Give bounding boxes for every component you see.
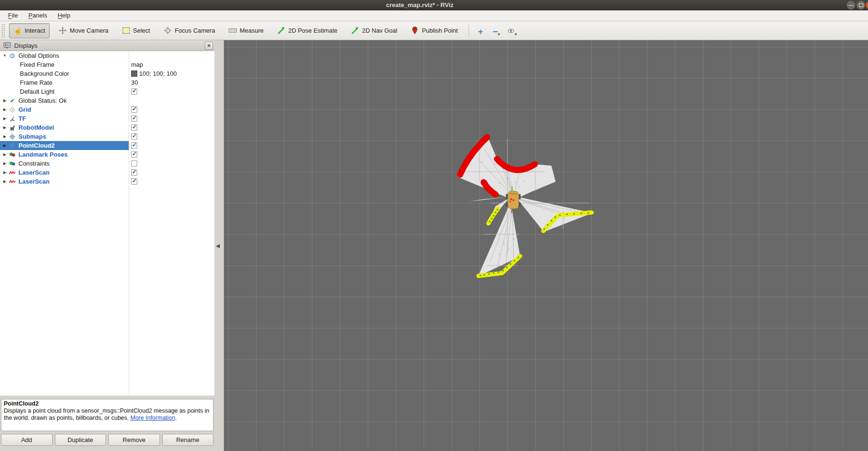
- landmark-spheres-icon: [8, 160, 17, 167]
- main-area: Displays ✕ ▼ ⚙ Global Options Fix: [0, 40, 868, 451]
- default-light-checkbox[interactable]: [131, 88, 137, 95]
- laserscan-checkbox[interactable]: [131, 169, 137, 176]
- display-actions: Add Duplicate Remove Rename: [1, 434, 213, 446]
- close-icon: ✕: [207, 43, 211, 48]
- focus-crosshair-icon: [164, 27, 172, 35]
- expander-icon[interactable]: ▶: [1, 134, 8, 139]
- panel-close-button[interactable]: ✕: [205, 42, 213, 50]
- color-swatch: [131, 71, 137, 77]
- panel-splitter[interactable]: [0, 396, 214, 399]
- remove-button[interactable]: Remove: [108, 434, 160, 446]
- select-box-icon: [122, 27, 130, 35]
- expander-icon[interactable]: ▶: [1, 98, 8, 103]
- menu-bar: File Panels Help: [0, 10, 868, 21]
- display-row-submaps[interactable]: ▶ Submaps: [0, 132, 214, 141]
- duplicate-button[interactable]: Duplicate: [55, 434, 106, 446]
- pointcloud-icon: [8, 142, 17, 149]
- rename-button[interactable]: Rename: [162, 434, 214, 446]
- property-row-background-color[interactable]: Background Color 100; 100; 100: [0, 69, 214, 78]
- submap-region: [458, 136, 593, 276]
- display-row-laserscan-1[interactable]: ▶ LaserScan: [0, 168, 214, 177]
- menu-panels[interactable]: Panels: [23, 10, 53, 21]
- visibility-button[interactable]: ▾: [506, 25, 517, 37]
- menu-file[interactable]: File: [3, 10, 23, 21]
- display-row-constraints[interactable]: ▶ Constraints: [0, 159, 214, 168]
- displays-tree: ▼ ⚙ Global Options Fixed Frame map Backg…: [0, 51, 214, 396]
- background-color-value[interactable]: 100; 100; 100: [131, 69, 177, 78]
- property-row-fixed-frame[interactable]: Fixed Frame map: [0, 60, 214, 69]
- display-row-grid[interactable]: ▶ Grid: [0, 105, 214, 114]
- fixed-frame-value[interactable]: map: [131, 60, 143, 69]
- tool-measure[interactable]: Measure: [224, 23, 268, 38]
- property-row-frame-rate[interactable]: Frame Rate 30: [0, 78, 214, 87]
- tool-publish-point[interactable]: Publish Point: [406, 23, 462, 38]
- expander-icon[interactable]: ▶: [1, 179, 8, 184]
- frame-rate-value[interactable]: 30: [131, 78, 138, 87]
- display-row-pointcloud2[interactable]: ▶ PointCloud2: [0, 141, 214, 150]
- window-title: create_map.rviz* - RViz: [0, 0, 840, 10]
- collapse-arrow-icon: ◀: [216, 243, 220, 249]
- laserscan-icon: [8, 178, 17, 185]
- minimize-icon: —: [849, 3, 853, 8]
- menu-help[interactable]: Help: [53, 10, 76, 21]
- grid-icon: [8, 106, 17, 113]
- robot-icon: [8, 124, 17, 131]
- toolbar-drag-handle[interactable]: [1, 24, 5, 38]
- expander-icon[interactable]: ▶: [1, 143, 8, 148]
- submaps-icon: [8, 133, 17, 140]
- display-row-global-options[interactable]: ▼ ⚙ Global Options: [0, 51, 214, 60]
- zoom-out-button[interactable]: − ▾: [490, 25, 502, 37]
- display-row-robotmodel[interactable]: ▶ RobotModel: [0, 123, 214, 132]
- plus-icon: +: [478, 27, 483, 37]
- 3d-viewport[interactable]: [224, 40, 868, 451]
- toolbar-separator: [469, 25, 469, 37]
- tool-2d-nav-goal[interactable]: 2D Nav Goal: [346, 23, 402, 38]
- chevron-down-icon: ▾: [498, 32, 500, 36]
- display-row-tf[interactable]: ▶ TF: [0, 114, 214, 123]
- display-row-landmark-poses[interactable]: ▶ Landmark Poses: [0, 150, 214, 159]
- panel-collapse-gutter[interactable]: ◀: [214, 40, 224, 451]
- tool-interact[interactable]: ☝ Interact: [9, 23, 50, 38]
- panel-title: Displays: [14, 42, 37, 49]
- add-button[interactable]: Add: [1, 434, 53, 446]
- constraints-checkbox[interactable]: [131, 160, 137, 167]
- pointcloud2-checkbox[interactable]: [131, 142, 137, 149]
- description-text: Displays a point cloud from a sensor_msg…: [4, 407, 209, 421]
- chevron-down-icon: ▾: [515, 32, 517, 36]
- eye-icon: [507, 27, 515, 35]
- minus-icon: −: [493, 27, 498, 37]
- displays-panel-header: Displays ✕: [0, 40, 214, 51]
- tool-focus-camera[interactable]: Focus Camera: [159, 23, 220, 38]
- minimize-button[interactable]: —: [847, 1, 855, 9]
- expander-icon[interactable]: ▶: [1, 152, 8, 157]
- status-check-icon: ✔: [8, 97, 17, 104]
- expander-icon[interactable]: ▶: [1, 170, 8, 175]
- map-render: [224, 40, 868, 451]
- expander-icon[interactable]: ▶: [1, 125, 8, 130]
- submaps-checkbox[interactable]: [131, 133, 137, 140]
- expander-icon[interactable]: ▶: [1, 116, 8, 121]
- display-row-laserscan-2[interactable]: ▶ LaserScan: [0, 177, 214, 186]
- gear-icon: ⚙: [8, 53, 17, 59]
- maximize-button[interactable]: [857, 1, 865, 9]
- property-row-default-light[interactable]: Default Light: [0, 87, 214, 96]
- landmark-spheres-icon: [8, 151, 17, 158]
- grid-checkbox[interactable]: [131, 106, 137, 113]
- tool-move-camera[interactable]: Move Camera: [54, 23, 113, 38]
- expander-icon[interactable]: ▶: [1, 161, 8, 166]
- more-information-link[interactable]: More Information: [131, 415, 175, 421]
- maximize-icon: [859, 3, 863, 7]
- display-row-global-status[interactable]: ▶ ✔ Global Status: Ok: [0, 96, 214, 105]
- expander-icon[interactable]: ▶: [1, 107, 8, 112]
- robotmodel-checkbox[interactable]: [131, 124, 137, 131]
- tool-2d-pose-estimate[interactable]: 2D Pose Estimate: [273, 23, 342, 38]
- tf-checkbox[interactable]: [131, 115, 137, 122]
- tf-axes-icon: [8, 115, 17, 122]
- displays-icon: [3, 42, 11, 49]
- zoom-in-button[interactable]: +: [475, 25, 486, 37]
- landmark-poses-checkbox[interactable]: [131, 151, 137, 158]
- expander-icon[interactable]: ▼: [1, 53, 8, 58]
- close-button[interactable]: [866, 1, 868, 9]
- tool-select[interactable]: Select: [117, 23, 155, 38]
- laserscan-checkbox[interactable]: [131, 178, 137, 185]
